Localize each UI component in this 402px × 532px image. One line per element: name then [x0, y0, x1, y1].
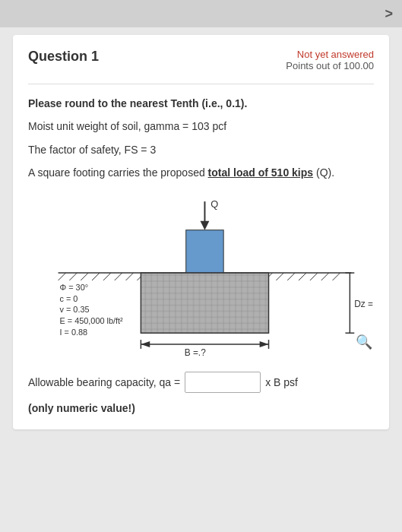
total-load-description: A square footing carries the proposed to…	[28, 164, 374, 181]
round-instruction: Please round to the nearest Tenth (i.e.,…	[28, 95, 374, 112]
svg-text:B =.?: B =.?	[185, 347, 206, 357]
answer-row: Allowable bearing capacity, qa = x B psf	[28, 372, 374, 393]
svg-line-19	[321, 273, 329, 280]
status-not-answered: Not yet answered	[286, 49, 374, 60]
svg-marker-37	[260, 341, 269, 347]
answer-input[interactable]	[185, 372, 261, 393]
svg-line-16	[287, 273, 295, 280]
svg-rect-21	[186, 230, 223, 272]
svg-line-7	[126, 273, 134, 280]
svg-text:Φ = 30°: Φ = 30°	[60, 282, 89, 291]
points-label: Points out of 100.00	[286, 60, 374, 71]
footing-diagram: Q Dz = B B =.?	[28, 189, 374, 364]
problem-text: Please round to the nearest Tenth (i.e.,…	[28, 95, 374, 182]
svg-line-5	[103, 273, 111, 280]
svg-line-1	[59, 273, 66, 280]
zoom-search-button[interactable]: 🔍	[356, 334, 372, 350]
question-card: Question 1 Not yet answered Points out o…	[13, 35, 389, 429]
svg-text:Q: Q	[210, 198, 218, 210]
svg-line-4	[92, 273, 100, 280]
svg-text:E = 450,000 lb/ft²: E = 450,000 lb/ft²	[60, 316, 124, 325]
only-numeric-note: (only numeric value!)	[28, 402, 374, 414]
diagram-container: Q Dz = B B =.?	[28, 189, 374, 364]
svg-line-3	[81, 273, 88, 280]
nav-bar: >	[0, 0, 402, 27]
svg-text:c = 0: c = 0	[60, 293, 78, 302]
svg-line-18	[310, 273, 318, 280]
status-block: Not yet answered Points out of 100.00	[286, 49, 374, 71]
line3-suffix: (Q).	[313, 166, 334, 179]
divider	[28, 84, 374, 84]
question-title: Question 1	[28, 49, 99, 65]
factor-of-safety: The factor of safety, FS = 3	[28, 141, 374, 158]
svg-rect-28	[141, 273, 268, 333]
line3-prefix: A square footing carries the proposed	[28, 166, 208, 179]
svg-text:Dz = B: Dz = B	[354, 298, 374, 309]
answer-suffix: x B psf	[265, 376, 298, 388]
svg-text:v = 0.35: v = 0.35	[60, 305, 90, 314]
svg-line-6	[115, 273, 122, 280]
card-header: Question 1 Not yet answered Points out o…	[28, 49, 374, 71]
svg-line-2	[69, 273, 77, 280]
next-chevron-button[interactable]: >	[385, 6, 393, 22]
svg-line-17	[299, 273, 306, 280]
svg-text:I = 0.88: I = 0.88	[60, 328, 88, 337]
answer-label: Allowable bearing capacity, qa =	[28, 376, 180, 388]
total-load-value: total load of 510 kips	[208, 166, 313, 179]
svg-line-20	[333, 273, 340, 280]
svg-line-15	[276, 273, 283, 280]
moist-unit-weight: Moist unit weight of soil, gamma = 103 p…	[28, 118, 374, 135]
svg-marker-23	[201, 220, 210, 230]
svg-marker-36	[141, 341, 150, 347]
